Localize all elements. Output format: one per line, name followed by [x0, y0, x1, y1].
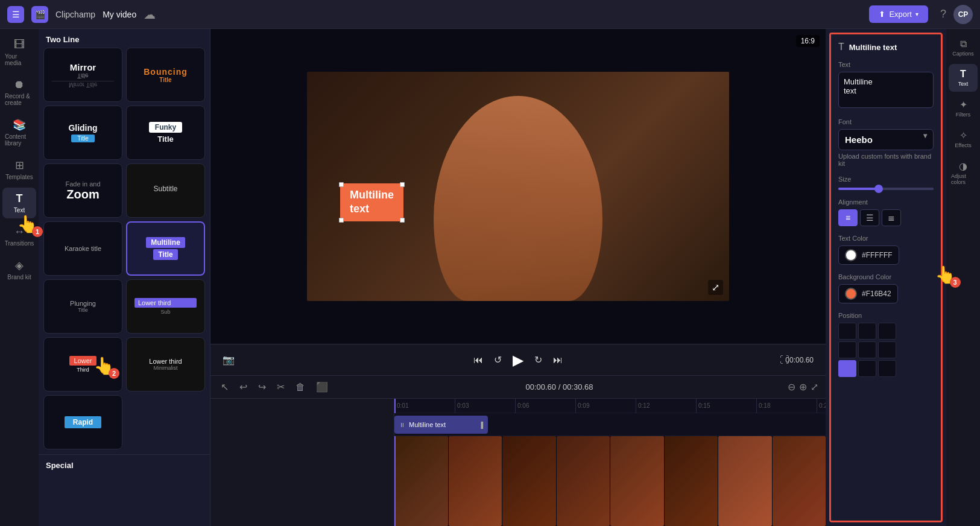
topbar: ☰ 🎬 Clipchamp My video ☁ ⬆ Export ▾ ? CP: [0, 0, 980, 29]
font-chevron-icon: ▾: [923, 132, 927, 140]
zoom-out-button[interactable]: ⊖: [788, 381, 795, 393]
ruler-mark-1: 0:03: [455, 399, 515, 414]
tile-lower-third-1[interactable]: Lower third Sub: [126, 279, 205, 334]
skip-back-button[interactable]: ⏮: [473, 355, 483, 366]
align-center-button[interactable]: ☰: [860, 209, 879, 226]
tile-multiline-title[interactable]: Multiline Title: [126, 221, 205, 276]
tile-karaoke-title[interactable]: Karaoke title: [43, 221, 122, 276]
karaoke-title-text: Karaoke title: [65, 245, 101, 252]
sidebar-item-brand-kit[interactable]: ◈ Brand kit: [2, 254, 36, 285]
sidebar-item-text[interactable]: T Text: [2, 188, 36, 218]
lower-third-sub: Sub: [160, 309, 170, 315]
fast-forward-button[interactable]: ↻: [534, 354, 542, 366]
delete-tool[interactable]: 🗑: [292, 380, 308, 394]
overlay-handle-br[interactable]: [400, 218, 405, 223]
play-pause-button[interactable]: ▶: [513, 352, 523, 369]
tab-text-icon: T: [960, 69, 966, 80]
plunging-main: Plunging: [70, 300, 96, 307]
redo-button[interactable]: ↪: [255, 379, 269, 394]
rewind-button[interactable]: ↺: [494, 354, 502, 366]
prop-textarea-text[interactable]: Multiline text: [838, 72, 934, 108]
zoom-controls: ⊖ ⊕ ⤢: [788, 381, 818, 393]
pos-btn-bc[interactable]: [858, 360, 876, 377]
tile-bouncing-title[interactable]: Bouncing Title: [126, 48, 205, 102]
bouncing-subtitle-text: Title: [159, 77, 171, 83]
pos-btn-mc[interactable]: [858, 341, 876, 358]
size-slider-thumb[interactable]: [874, 185, 883, 193]
tab-captions[interactable]: ⧉ Captions: [949, 34, 978, 62]
tab-effects[interactable]: ✧ Effects: [949, 125, 978, 153]
sidebar-label-brand-kit: Brand kit: [7, 274, 31, 280]
sidebar-item-templates[interactable]: ⊞ Templates: [2, 154, 36, 185]
video-thumbnails: [394, 436, 826, 526]
pos-btn-ml[interactable]: [838, 341, 856, 358]
skip-forward-button[interactable]: ⏭: [553, 355, 563, 366]
align-left-button[interactable]: ≡: [838, 209, 858, 226]
screenshot-button[interactable]: 📷: [223, 354, 235, 366]
undo-button[interactable]: ↩: [236, 379, 250, 394]
cursor-badge-3: 3: [950, 277, 961, 288]
tile-modern-zoom[interactable]: Fade in and Zoom: [43, 163, 122, 218]
zoom-in-button[interactable]: ⊕: [799, 381, 807, 393]
font-upload-link[interactable]: Upload custom fonts with brand kit: [838, 153, 934, 167]
cursor-tool[interactable]: ↖: [218, 379, 232, 394]
multiline-badge: Multiline: [146, 237, 185, 248]
pos-btn-bl[interactable]: [838, 360, 856, 377]
tile-funky-title[interactable]: Funky Title: [126, 106, 205, 160]
tile-lower-third-min[interactable]: Lower third Minimalist: [126, 337, 205, 391]
tile-rapid[interactable]: Rapid: [43, 395, 122, 449]
video-thumb-4: [557, 436, 610, 526]
size-slider[interactable]: [838, 188, 934, 190]
video-title[interactable]: My video: [103, 10, 136, 19]
sidebar-item-content-library[interactable]: 📚 Content library: [2, 113, 36, 151]
align-right-button[interactable]: ≣: [882, 209, 901, 226]
tab-filters[interactable]: ✦ Filters: [949, 94, 978, 122]
tab-text[interactable]: T Text: [949, 64, 978, 92]
tile-lower-third-2[interactable]: Lower Third: [43, 337, 122, 391]
user-avatar[interactable]: CP: [953, 5, 973, 24]
section-title-two-line: Two Line: [39, 29, 210, 48]
text-color-button[interactable]: #FFFFFF: [838, 246, 899, 265]
bg-color-value: #F16B42: [862, 290, 891, 298]
tile-subtitle[interactable]: Subtitle: [126, 163, 205, 218]
pos-btn-tc[interactable]: [858, 323, 876, 340]
captions-icon: ⧉: [960, 39, 967, 49]
sidebar-item-your-media[interactable]: 🎞 Your media: [2, 34, 36, 71]
pos-btn-tr[interactable]: [878, 323, 896, 340]
text-track-item[interactable]: ⏸ Multiline text ▐: [394, 416, 488, 434]
funky-badge: Funky: [149, 122, 182, 133]
multiline-title-badge: Title: [153, 249, 177, 260]
tile-mirror-title[interactable]: Mirror Title Mirror Title: [43, 48, 122, 102]
fullscreen-button[interactable]: ⤢: [708, 280, 723, 295]
prop-section-text-color: Text Color #FFFFFF: [838, 235, 934, 265]
save-icon[interactable]: ☁: [144, 7, 156, 22]
tab-adjust-colors[interactable]: ◑ Adjust colors: [949, 156, 978, 190]
overlay-handle-bl[interactable]: [339, 218, 344, 223]
cut-tool[interactable]: ✂: [274, 379, 288, 394]
export-button[interactable]: ⬆ Export ▾: [869, 5, 928, 23]
timeline-time: 00:00.60 / 00:30.68: [336, 382, 783, 391]
overlay-handle-tl[interactable]: [339, 182, 344, 187]
funky-title-text: Title: [157, 135, 174, 144]
playback-controls: 📷 ⏮ ↺ ▶ ↻ ⏭ ⛶ 00:00.60: [210, 344, 826, 375]
overlay-handle-tr[interactable]: [400, 182, 405, 187]
media-tool[interactable]: ⬛: [313, 379, 331, 394]
gliding-title-text: Gliding: [68, 123, 97, 133]
hamburger-menu[interactable]: ☰: [7, 6, 24, 23]
timeline-body: 0:01 0:03 0:06 0:09 0:12 0:15 0:18 0:21 …: [210, 399, 826, 526]
pos-btn-br[interactable]: [878, 360, 896, 377]
font-select[interactable]: Heebo ▾: [838, 129, 934, 150]
pos-btn-tl[interactable]: [838, 323, 856, 340]
text-overlay-element[interactable]: Multiline text: [340, 183, 403, 221]
sidebar-item-transitions[interactable]: ↔ Transitions: [2, 221, 36, 252]
prop-section-size: Size: [838, 176, 934, 190]
media-icon: 🎞: [14, 39, 25, 51]
tile-gliding-title[interactable]: Gliding Title: [43, 106, 122, 160]
sidebar-item-record-create[interactable]: ⏺ Record & create: [2, 74, 36, 111]
bg-color-button[interactable]: #F16B42: [838, 284, 898, 303]
pos-btn-mr[interactable]: [878, 341, 896, 358]
export-icon: ⬆: [879, 10, 885, 19]
help-icon[interactable]: ?: [940, 8, 946, 21]
tile-plunging-title[interactable]: Plunging Title: [43, 279, 122, 334]
zoom-fit-button[interactable]: ⤢: [811, 381, 818, 393]
